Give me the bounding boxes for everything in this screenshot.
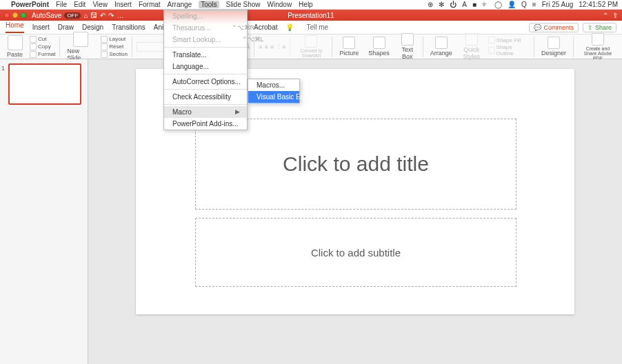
tools-autocorrect[interactable]: AutoCorrect Options... (164, 76, 247, 88)
tab-draw[interactable]: Draw (58, 23, 74, 31)
comments-button[interactable]: 💬Comments (529, 23, 579, 32)
menubar-date[interactable]: Fri 25 Aug (542, 1, 574, 8)
macro-vbe[interactable]: Visual Basic Editor (248, 91, 299, 103)
smartart-icon (305, 35, 317, 48)
pdf-icon (592, 33, 604, 46)
brush-icon (30, 51, 37, 58)
menu-file[interactable]: File (56, 1, 67, 8)
tools-smart-lookup: Smart Lookup...⌃⌥⌘L (164, 34, 247, 46)
macro-submenu: Macros... Visual Basic Editor (248, 79, 300, 103)
workspace: 1 Click to add title Click to add subtit… (0, 59, 622, 364)
status-icon[interactable]: ✻ (439, 1, 444, 8)
designer-button[interactable]: Designer (539, 37, 569, 57)
copy-button[interactable]: Copy (30, 43, 55, 50)
share-button[interactable]: ⇧Share (583, 23, 616, 32)
tools-translate[interactable]: Translate... (164, 49, 247, 61)
tools-addins[interactable]: PowerPoint Add-ins... (164, 118, 247, 130)
home-icon[interactable]: ⌂ (83, 12, 88, 19)
fill-icon (488, 37, 495, 43)
tools-spelling: Spelling... (164, 10, 247, 22)
share-icon[interactable]: ⇪ (612, 12, 618, 19)
new-slide-button[interactable]: New Slide (64, 32, 97, 61)
wifi-icon[interactable]: ᯤ (482, 1, 489, 8)
more-icon[interactable]: … (117, 12, 123, 19)
status-icon[interactable]: ◯ (494, 1, 502, 8)
tools-accessibility[interactable]: Check Accessibility (164, 91, 247, 103)
tab-design[interactable]: Design (82, 23, 103, 31)
status-icon[interactable]: ⏻ (450, 1, 457, 8)
autosave-toggle[interactable]: OFF (64, 12, 81, 19)
tools-menu: Spelling... Thesaurus...⌃⌥⌘R Smart Looku… (163, 10, 248, 130)
document-title: Presentation11 (288, 12, 334, 19)
menu-insert[interactable]: Insert (114, 1, 132, 8)
tell-me[interactable]: Tell me (306, 23, 328, 31)
subtitle-placeholder[interactable]: Click to add subtitle (195, 218, 516, 287)
designer-icon (548, 37, 560, 49)
redo-icon[interactable]: ↷ (108, 12, 114, 19)
tools-macro[interactable]: Macro▶ (164, 106, 247, 118)
shape-fill-button: Shape Fill (488, 37, 530, 43)
arrange-icon (435, 37, 448, 49)
macro-macros[interactable]: Macros... (248, 79, 299, 91)
layout-icon (101, 36, 108, 43)
tab-insert[interactable]: Insert (32, 23, 50, 31)
save-icon[interactable]: 🖫 (90, 12, 97, 19)
status-icon[interactable]: 👤 (508, 1, 516, 8)
menu-arrange[interactable]: Arrange (168, 1, 192, 8)
slide-thumbnail-pane[interactable]: 1 (0, 59, 88, 364)
ribbon-toggle-icon[interactable]: ⌃ (603, 12, 608, 19)
tell-me-bulb-icon[interactable]: 💡 (285, 23, 294, 31)
chevron-right-icon: ▶ (235, 108, 240, 116)
reset-icon (101, 43, 108, 50)
menu-help[interactable]: Help (299, 1, 313, 8)
arrange-button[interactable]: Arrange (428, 37, 455, 57)
quickstyles-icon (465, 33, 478, 46)
comment-icon: 💬 (534, 24, 541, 31)
quick-styles-button: Quick Styles (459, 33, 484, 60)
status-icon[interactable]: ■ (472, 1, 476, 8)
status-icon[interactable]: A (462, 1, 467, 8)
layout-button[interactable]: Layout (101, 36, 128, 43)
control-center-icon[interactable]: ≡ (532, 1, 536, 8)
paste-button[interactable]: Paste (4, 35, 26, 58)
clipboard-icon (8, 35, 23, 50)
cut-button[interactable]: Cut (30, 36, 55, 43)
status-icon[interactable]: ⊕ (428, 1, 433, 8)
picture-icon (343, 37, 355, 49)
shapes-icon (373, 37, 385, 49)
undo-icon[interactable]: ↶ (100, 12, 106, 19)
menu-slideshow[interactable]: Slide Show (226, 1, 261, 8)
scissors-icon (30, 36, 37, 43)
section-button[interactable]: Section (101, 51, 128, 58)
mac-menubar: PowerPoint File Edit View Insert Format … (0, 0, 622, 10)
shapes-button[interactable]: Shapes (365, 37, 392, 57)
copy-icon (30, 43, 37, 50)
convert-smartart: Convert to SmartArt (294, 35, 328, 58)
autosave-label: AutoSave (32, 12, 61, 19)
menu-format[interactable]: Format (139, 1, 161, 8)
menu-window[interactable]: Window (268, 1, 292, 8)
menubar-time[interactable]: 12:41:52 PM (579, 1, 618, 8)
tools-language[interactable]: Language... (164, 61, 247, 72)
menu-view[interactable]: View (92, 1, 108, 8)
window-titlebar: AutoSave OFF ⌂ 🖫 ↶ ↷ … Presentation11 ⌃ … (0, 10, 622, 21)
section-icon (101, 51, 108, 58)
app-name[interactable]: PowerPoint (11, 1, 49, 8)
slide-thumbnail[interactable]: 1 (8, 63, 81, 105)
format-painter-button[interactable]: Format (30, 51, 55, 58)
traffic-lights[interactable] (4, 12, 26, 18)
title-placeholder[interactable]: Click to add title (195, 119, 516, 210)
paragraph-group: ≡≡≡⋮≡ (259, 43, 285, 50)
tab-acrobat[interactable]: Acrobat (254, 23, 277, 31)
menu-tools[interactable]: Tools (199, 1, 219, 8)
adobe-pdf-button[interactable]: Create and Share Adobe PDF (578, 33, 618, 61)
textbox-icon (401, 33, 414, 46)
tab-transitions[interactable]: Transitions (112, 23, 146, 31)
picture-button[interactable]: Picture (337, 37, 361, 57)
spotlight-icon[interactable]: Q (521, 1, 527, 8)
share-icon: ⇧ (588, 24, 593, 31)
menu-edit[interactable]: Edit (74, 1, 86, 8)
reset-button[interactable]: Reset (101, 43, 128, 50)
textbox-button[interactable]: Text Box (397, 33, 419, 60)
tab-home[interactable]: Home (6, 21, 24, 33)
